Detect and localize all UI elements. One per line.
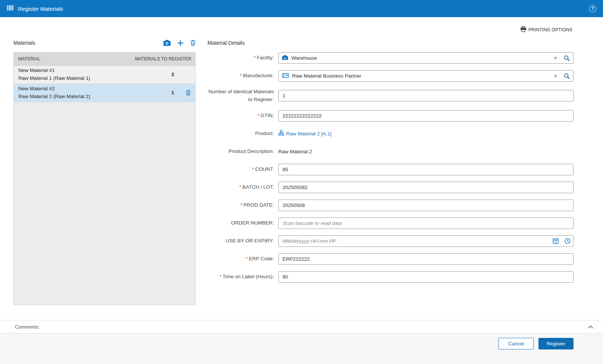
page-title: Register Materials — [18, 6, 63, 12]
svg-text:31: 31 — [554, 241, 557, 243]
material-name: New Material #1 — [18, 67, 165, 75]
field-time-on-label: *Time on Label (Hours): — [207, 271, 574, 283]
field-use-by-expiry: USE BY OR EXPIRY: 31 — [207, 235, 574, 247]
prod-date-input[interactable] — [278, 200, 574, 211]
material-name: New Material #2 — [18, 85, 165, 93]
product-link[interactable]: Raw Material 2 [A.1] — [278, 130, 332, 137]
manufacturer-value: Raw Material Business Partner — [292, 73, 549, 79]
facility-value: Warehouse — [291, 55, 549, 61]
count-label: *COUNT: — [207, 166, 278, 173]
materials-to-register-count: 1 — [165, 90, 181, 95]
facility-input[interactable]: Warehouse × — [278, 52, 574, 64]
barcode-icon — [7, 5, 14, 12]
material-details-title: Material Details — [207, 37, 574, 48]
required-marker: * — [240, 202, 242, 208]
materials-panel-header: Materials — [13, 37, 196, 48]
batch-lot-label: *BATCH / LOT: — [207, 183, 278, 191]
prod-date-label: *PROD DATE: — [207, 201, 278, 209]
erp-code-label: *ERP Code: — [207, 255, 278, 263]
use-by-expiry-input[interactable] — [278, 235, 574, 247]
product-hierarchy-icon — [278, 130, 284, 137]
batch-lot-input[interactable] — [278, 182, 574, 193]
time-on-label-label: *Time on Label (Hours): — [207, 273, 278, 281]
required-marker: * — [246, 256, 247, 261]
field-manufacturer: *Manufacturer: Raw Material Business Par… — [207, 70, 574, 82]
order-number-label: ORDER NUMBER: — [207, 219, 278, 227]
field-facility: *Facility: Warehouse × — [207, 52, 574, 64]
table-row-selected[interactable]: New Material #2 Raw Material 2 (Raw Mate… — [14, 84, 195, 102]
required-marker: * — [254, 55, 256, 60]
product-link-text: Raw Material 2 [A.1] — [286, 131, 332, 136]
register-button[interactable]: Register — [538, 338, 574, 349]
time-on-label-input[interactable] — [278, 271, 574, 283]
gtin-input[interactable] — [278, 110, 574, 122]
required-marker: * — [252, 166, 254, 172]
manufacturer-clear-icon[interactable]: × — [549, 73, 562, 79]
comments-label: Comments: — [15, 324, 40, 330]
manufacturer-search-icon[interactable] — [562, 73, 570, 79]
comments-bar: Comments: — [0, 320, 603, 333]
materials-table-header: MATERIAL MATERIALS TO REGISTER — [14, 53, 195, 66]
identical-count-label: Number of Identical Materials to Registe… — [207, 88, 278, 104]
materials-table: MATERIAL MATERIALS TO REGISTER New Mater… — [13, 52, 196, 305]
cancel-button[interactable]: Cancel — [499, 338, 534, 349]
use-by-expiry-label: USE BY OR EXPIRY: — [207, 237, 278, 245]
column-material: MATERIAL — [18, 56, 40, 62]
field-product: Product: Raw Material 2 [A.1] — [207, 128, 574, 139]
help-icon[interactable]: ? — [589, 5, 596, 12]
row-delete-icon[interactable] — [181, 90, 195, 95]
calendar-icon[interactable]: 31 — [553, 235, 559, 247]
table-row[interactable]: New Material #1 Raw Material 1 (Raw Mate… — [14, 66, 195, 84]
facility-search-icon[interactable] — [562, 55, 570, 61]
row-text: New Material #2 Raw Material 2 (Raw Mate… — [18, 85, 165, 101]
material-details-panel: Material Details *Facility: Warehouse × … — [207, 37, 574, 289]
printer-icon — [520, 26, 527, 33]
field-identical-count: Number of Identical Materials to Registe… — [207, 88, 574, 104]
business-partner-icon — [282, 73, 289, 79]
materials-title: Materials — [13, 40, 35, 46]
materials-toolbar — [163, 40, 196, 46]
field-gtin: *GTIN: — [207, 110, 574, 122]
camera-icon[interactable] — [163, 40, 171, 46]
use-by-expiry-wrap: 31 — [278, 235, 574, 247]
field-batch-lot: *BATCH / LOT: — [207, 182, 574, 193]
product-value-row: Raw Material 2 [A.1] — [278, 130, 574, 137]
materials-panel: Materials — [13, 37, 196, 305]
delete-material-icon[interactable] — [190, 40, 196, 46]
facility-clear-icon[interactable]: × — [549, 55, 562, 61]
clock-icon[interactable] — [565, 235, 571, 247]
manufacturer-label: *Manufacturer: — [207, 72, 278, 80]
printing-options-button[interactable]: PRINTING OPTIONS — [520, 26, 572, 33]
erp-code-input[interactable] — [278, 253, 574, 265]
manufacturer-input[interactable]: Raw Material Business Partner × — [278, 70, 574, 82]
identical-count-input[interactable] — [278, 90, 574, 101]
add-material-icon[interactable] — [177, 40, 184, 46]
row-text: New Material #1 Raw Material 1 (Raw Mate… — [18, 67, 165, 82]
column-materials-to-register: MATERIALS TO REGISTER — [135, 56, 191, 62]
field-prod-date: *PROD DATE: — [207, 200, 574, 211]
field-erp-code: *ERP Code: — [207, 253, 574, 265]
product-description-value: Raw Material 2 — [278, 149, 574, 154]
product-label: Product: — [207, 130, 278, 138]
printing-options-label: PRINTING OPTIONS — [528, 27, 572, 32]
material-description: Raw Material 2 (Raw Material 2) — [18, 93, 165, 101]
facility-label: *Facility: — [207, 54, 278, 62]
materials-to-register-count: 2 — [165, 72, 181, 77]
field-count: *COUNT: — [207, 164, 574, 175]
field-order-number: ORDER NUMBER: — [207, 217, 574, 229]
chevron-up-icon[interactable] — [588, 325, 593, 329]
field-product-description: Product Description: Raw Material 2 — [207, 146, 574, 157]
product-description-label: Product Description: — [207, 148, 278, 156]
required-marker: * — [257, 113, 259, 118]
register-materials-app: Register Materials ? PRINTING OPTIONS Ma… — [0, 0, 603, 364]
required-marker: * — [219, 274, 221, 279]
required-marker: * — [239, 184, 241, 190]
material-description: Raw Material 1 (Raw Material 1) — [18, 75, 165, 82]
count-input[interactable] — [278, 164, 574, 175]
gtin-label: *GTIN: — [207, 112, 278, 120]
app-header: Register Materials ? — [0, 0, 603, 17]
footer: Cancel Register — [0, 333, 603, 364]
order-number-input[interactable] — [278, 217, 574, 229]
facility-icon — [282, 55, 288, 62]
required-marker: * — [240, 73, 241, 78]
